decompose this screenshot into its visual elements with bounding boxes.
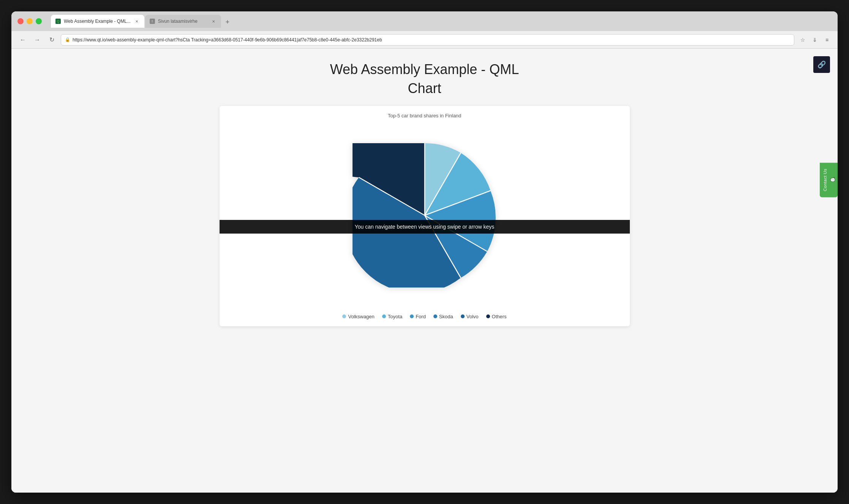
refresh-button[interactable]: ↻ (46, 35, 57, 45)
page-content: 🔗 Web Assembly Example - QML Chart Top-5… (11, 49, 838, 493)
qt-logo-button[interactable]: 🔗 (813, 56, 830, 73)
contact-chat-icon: 💬 (830, 177, 835, 183)
chart-area: You can navigate between views using swi… (220, 122, 630, 308)
legend-label-others: Others (492, 314, 507, 319)
download-button[interactable]: ⇓ (810, 35, 819, 44)
chart-container: Top-5 car brand shares in Finland (220, 106, 630, 326)
new-tab-button[interactable]: + (222, 16, 233, 28)
nav-hint-banner: You can navigate between views using swi… (220, 220, 630, 234)
legend-item-volvo: Volvo (461, 314, 479, 319)
forward-button[interactable]: → (32, 35, 43, 45)
url-text: https://www.qt.io/web-assembly-example-q… (73, 37, 382, 43)
pie-chart (353, 143, 497, 288)
title-bar: Q Web Assembly Example - QML... ✕ ! Sivu… (11, 11, 838, 31)
qt-logo-icon: 🔗 (817, 60, 826, 69)
close-traffic-light[interactable] (17, 18, 24, 24)
chart-legend: Volkswagen Toyota Ford Skoda Volvo (342, 308, 506, 326)
chart-subtitle: Top-5 car brand shares in Finland (388, 113, 462, 118)
tab-label-inactive: Sivun lataamisvirhe (158, 19, 207, 24)
contact-wrapper: 💬 Contact Us (820, 163, 838, 197)
legend-label-skoda: Skoda (439, 314, 453, 319)
maximize-traffic-light[interactable] (36, 18, 42, 24)
tab-favicon-inactive: ! (150, 19, 155, 24)
legend-dot-toyota (382, 314, 386, 318)
tab-label-active: Web Assembly Example - QML... (64, 19, 131, 24)
legend-item-skoda: Skoda (433, 314, 453, 319)
tab-inactive[interactable]: ! Sivun lataamisvirhe ✕ (145, 15, 221, 28)
tab-favicon-active: Q (55, 19, 61, 24)
bookmark-button[interactable]: ☆ (798, 35, 807, 44)
traffic-lights (17, 18, 42, 24)
legend-dot-volkswagen (342, 314, 346, 318)
back-button[interactable]: ← (17, 35, 28, 45)
lock-icon: 🔒 (65, 37, 70, 42)
legend-item-toyota: Toyota (382, 314, 402, 319)
tab-close-active[interactable]: ✕ (134, 18, 140, 24)
browser-window: Q Web Assembly Example - QML... ✕ ! Sivu… (11, 11, 838, 493)
legend-label-ford: Ford (416, 314, 426, 319)
legend-dot-volvo (461, 314, 465, 318)
nav-bar: ← → ↻ 🔒 https://www.qt.io/web-assembly-e… (11, 31, 838, 49)
page-title-text: Web Assembly Example - QML Chart (330, 60, 519, 98)
legend-label-volkswagen: Volkswagen (348, 314, 374, 319)
legend-item-ford: Ford (410, 314, 426, 319)
address-bar[interactable]: 🔒 https://www.qt.io/web-assembly-example… (61, 34, 794, 46)
nav-actions: ☆ ⇓ ≡ (798, 35, 832, 44)
legend-dot-others (486, 314, 490, 318)
legend-dot-skoda (433, 314, 437, 318)
minimize-traffic-light[interactable] (27, 18, 33, 24)
menu-button[interactable]: ≡ (822, 35, 832, 44)
page-title: Web Assembly Example - QML Chart (330, 60, 519, 98)
tabs-bar: Q Web Assembly Example - QML... ✕ ! Sivu… (51, 15, 832, 28)
legend-item-others: Others (486, 314, 507, 319)
tab-active[interactable]: Q Web Assembly Example - QML... ✕ (51, 15, 144, 28)
legend-dot-ford (410, 314, 414, 318)
tab-close-inactive[interactable]: ✕ (210, 18, 217, 24)
legend-label-volvo: Volvo (466, 314, 479, 319)
contact-us-button[interactable]: 💬 Contact Us (820, 163, 838, 197)
legend-item-volkswagen: Volkswagen (342, 314, 374, 319)
legend-label-toyota: Toyota (388, 314, 402, 319)
